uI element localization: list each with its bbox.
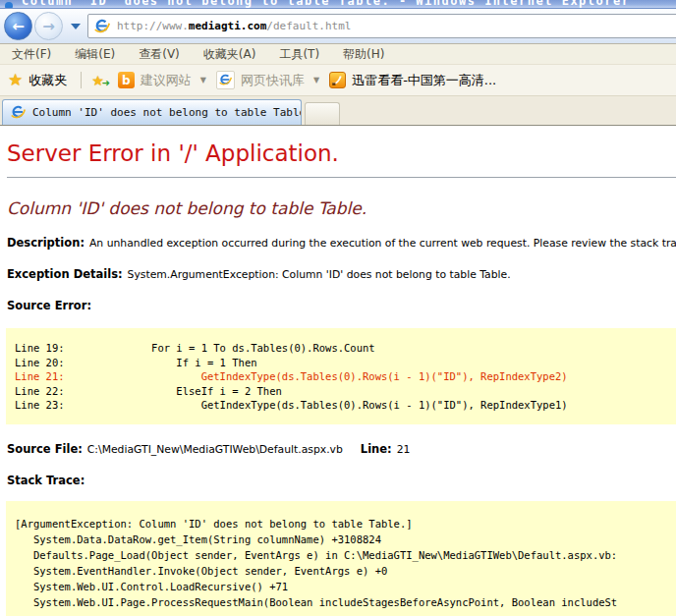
exception-details-line: Exception Details:System.ArgumentExcepti… xyxy=(7,267,676,281)
window-title: Column 'ID' does not belong to table Tab… xyxy=(22,0,630,8)
line-label: Line: xyxy=(361,442,392,456)
tab-title: Column 'ID' does not belong to table Tab… xyxy=(32,106,302,119)
title-bar: Column 'ID' does not belong to table Tab… xyxy=(0,0,676,9)
menu-tools[interactable]: 工具(T) xyxy=(273,45,325,64)
tab-bar: Column 'ID' does not belong to table Tab… xyxy=(0,96,676,126)
favorites-bar: ★ 收藏夹 ★➜ b 建议网站 ▼ 网页快讯库 ▼ 迅雷看看-中国第一高清... xyxy=(0,65,676,96)
stack-trace-lines: [ArgumentException: Column 'ID' does not… xyxy=(15,518,617,608)
history-dropdown-icon[interactable] xyxy=(71,24,81,29)
code-lines-after: Line 22: ElseIf i = 2 Then Line 23: GetI… xyxy=(15,384,676,413)
suggested-sites-dropdown-icon[interactable]: ▼ xyxy=(200,76,206,84)
active-tab[interactable]: Column 'ID' does not belong to table Tab… xyxy=(2,99,302,125)
code-lines-before: Line 19: For i = 1 To ds.Tables(0).Rows.… xyxy=(15,341,676,369)
line-number: 21 xyxy=(397,443,411,456)
web-slice-gallery-button[interactable]: 网页快讯库 xyxy=(241,72,305,89)
navigation-bar: ← → http://www.mediagti.com/default.html xyxy=(0,9,676,44)
web-slice-dropdown-icon[interactable]: ▼ xyxy=(313,76,319,84)
add-to-favorites-bar-icon[interactable]: ★➜ xyxy=(91,74,104,87)
description-line: Description:An unhandled exception occur… xyxy=(7,236,676,250)
menu-edit[interactable]: 编辑(E) xyxy=(69,45,121,64)
menu-help[interactable]: 帮助(H) xyxy=(337,45,390,64)
divider xyxy=(7,177,676,178)
suggested-sites-icon[interactable]: b xyxy=(118,72,135,88)
forward-button[interactable]: → xyxy=(34,12,63,40)
source-file-path: C:\MediaGTI_New\MediaGTIWeb\Default.aspx… xyxy=(87,443,343,456)
code-error-line: Line 21: GetIndexType(ds.Tables(0).Rows(… xyxy=(15,369,676,384)
green-arrow-icon: ➜ xyxy=(101,77,109,90)
new-tab-button[interactable] xyxy=(305,102,340,125)
menu-view[interactable]: 查看(V) xyxy=(133,45,186,64)
favorites-button[interactable]: 收藏夹 xyxy=(28,72,67,89)
menu-file[interactable]: 文件(F) xyxy=(6,45,57,64)
web-slice-icon[interactable] xyxy=(216,71,235,89)
description-text: An unhandled exception occurred during t… xyxy=(89,237,676,250)
suggested-glyph: b xyxy=(122,74,131,87)
error-message-heading: Column 'ID' does not belong to table Tab… xyxy=(7,198,676,218)
source-file-label: Source File: xyxy=(7,442,83,456)
stack-trace-label: Stack Trace: xyxy=(7,474,84,487)
source-error-label: Source Error: xyxy=(7,299,91,312)
back-button[interactable]: ← xyxy=(4,12,32,40)
stack-trace-heading: Stack Trace: xyxy=(7,474,676,487)
tab-favicon-ie-icon xyxy=(11,105,26,120)
exception-details-label: Exception Details: xyxy=(7,267,123,281)
favorites-star-icon[interactable]: ★ xyxy=(8,72,23,88)
address-bar[interactable]: http://www.mediagti.com/default.html xyxy=(87,14,676,38)
source-error-line: Source Error: xyxy=(7,299,676,312)
xunlei-kankan-button[interactable]: 迅雷看看-中国第一高清... xyxy=(352,72,496,89)
url-path: /default.html xyxy=(266,20,351,32)
url-scheme: http://www. xyxy=(117,20,189,32)
suggested-sites-button[interactable]: 建议网站 xyxy=(141,72,192,89)
xunlei-kankan-icon[interactable] xyxy=(329,72,346,88)
exception-details-text: System.ArgumentException: Column 'ID' do… xyxy=(128,268,511,281)
back-arrow-icon: ← xyxy=(12,18,25,35)
ie-icon xyxy=(4,0,14,9)
description-label: Description: xyxy=(7,236,84,250)
url-text: http://www.mediagti.com/default.html xyxy=(117,20,351,32)
source-file-line: Source File:C:\MediaGTI_New\MediaGTIWeb\… xyxy=(7,442,676,456)
error-page: Server Error in '/' Application. Column … xyxy=(0,140,676,616)
browser-window: Column 'ID' does not belong to table Tab… xyxy=(0,0,676,616)
page-title: Server Error in '/' Application. xyxy=(7,140,676,166)
menu-bar: 文件(F) 编辑(E) 查看(V) 收藏夹(A) 工具(T) 帮助(H) xyxy=(0,44,676,65)
separator xyxy=(81,72,82,88)
forward-arrow-icon: → xyxy=(42,18,55,35)
url-domain: mediagti.com xyxy=(189,20,266,32)
source-error-code: Line 19: For i = 1 To ds.Tables(0).Rows.… xyxy=(6,328,676,424)
stack-trace-code: [ArgumentException: Column 'ID' does not… xyxy=(6,501,676,616)
page-favicon-ie-icon xyxy=(94,19,110,34)
menu-favorites[interactable]: 收藏夹(A) xyxy=(197,45,262,64)
